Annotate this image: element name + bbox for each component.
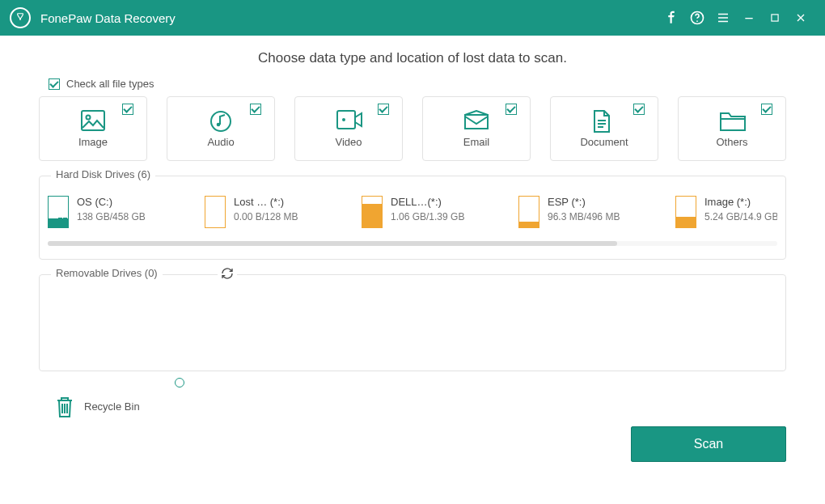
drive-size: 96.3 MB/496 MB [548,211,620,222]
filetype-document[interactable]: Document [550,96,658,161]
menu-icon[interactable] [710,0,736,36]
drive-size: 5.24 GB/14.9 GB [704,211,777,222]
trash-icon [53,394,76,418]
drive-usage-bar [205,196,226,228]
check-all-checkbox[interactable] [49,78,60,90]
drive-2[interactable]: DELL…(*:)1.06 GB/1.39 GB [362,196,515,228]
drive-name: Lost … (*:) [234,196,298,208]
scan-button[interactable]: Scan [631,426,786,462]
footer: Scan [39,426,786,462]
drive-1[interactable]: Lost … (*:)0.00 B/128 MB [205,196,358,228]
filetype-others-label: Others [716,136,747,148]
image-icon [81,110,105,131]
filetype-audio[interactable]: Audio [167,96,275,161]
hdd-section-title: Hard Disk Drives (6) [51,168,155,180]
filetype-image-label: Image [78,136,108,148]
filetype-others[interactable]: Others [678,96,786,161]
filetype-video[interactable]: Video [294,96,403,161]
filetype-others-checkbox[interactable] [761,104,772,115]
page-body: Choose data type and location of lost da… [0,36,825,470]
instruction-text: Choose data type and location of lost da… [39,50,786,66]
windows-icon [58,218,67,227]
drive-name: ESP (*:) [548,196,620,208]
app-logo-icon [10,7,31,28]
drive-usage-bar [362,196,383,228]
svg-point-4 [87,115,91,119]
check-all-label: Check all file types [66,78,154,90]
drive-0[interactable]: OS (C:)138 GB/458 GB [48,196,201,228]
check-all-file-types[interactable]: Check all file types [49,78,786,90]
svg-rect-9 [465,115,488,129]
drive-size: 138 GB/458 GB [77,211,146,222]
removable-drives-section: Removable Drives (0) [39,274,786,371]
drive-name: Image (*:) [704,196,777,208]
drive-size: 0.00 B/128 MB [234,211,298,222]
filetype-document-checkbox[interactable] [633,104,645,115]
removable-section-title: Removable Drives (0) [51,267,163,279]
hard-disk-drives-section: Hard Disk Drives (6) OS (C:)138 GB/458 G… [39,176,786,260]
document-icon [592,110,616,131]
email-icon [464,110,489,131]
filetype-email-label: Email [463,136,490,148]
svg-rect-3 [82,111,104,130]
svg-rect-7 [337,111,355,129]
svg-rect-2 [772,15,778,21]
filetype-video-checkbox[interactable] [378,104,389,115]
filetype-video-label: Video [335,136,362,148]
minimize-icon[interactable] [736,0,762,36]
drive-4[interactable]: Image (*:)5.24 GB/14.9 GB [675,196,777,228]
filetype-email-checkbox[interactable] [506,104,517,115]
svg-point-1 [696,20,698,22]
recycle-bin-label: Recycle Bin [84,400,140,413]
titlebar: FonePaw Data Recovery [0,0,825,36]
filetype-document-label: Document [580,136,628,148]
filetype-image[interactable]: Image [39,96,147,161]
drive-usage-bar [48,196,69,228]
hdd-list: OS (C:)138 GB/458 GBLost … (*:)0.00 B/12… [48,196,777,238]
drive-usage-bar [675,196,696,228]
drive-size: 1.06 GB/1.39 GB [391,211,464,222]
close-icon[interactable] [788,0,814,36]
drive-usage-bar [518,196,539,228]
recycle-bin-radio[interactable] [175,378,184,388]
filetype-audio-label: Audio [207,136,234,148]
app-title: FonePaw Data Recovery [40,11,176,25]
drive-3[interactable]: ESP (*:)96.3 MB/496 MB [518,196,672,228]
maximize-icon[interactable] [762,0,788,36]
drive-name: OS (C:) [77,196,146,208]
drive-name: DELL…(*:) [391,196,464,208]
file-type-grid: Image Audio Video Email [39,96,786,161]
video-icon [336,110,361,131]
audio-icon [209,110,233,131]
filetype-email[interactable]: Email [422,96,531,161]
recycle-bin-option[interactable]: Recycle Bin [53,386,786,426]
facebook-icon[interactable] [658,0,684,36]
refresh-icon[interactable] [218,267,237,282]
folder-icon [720,110,744,131]
filetype-image-checkbox[interactable] [122,104,133,115]
filetype-audio-checkbox[interactable] [250,104,261,115]
help-icon[interactable] [684,0,710,36]
hdd-scrollbar[interactable] [48,241,777,246]
svg-point-8 [342,118,345,121]
